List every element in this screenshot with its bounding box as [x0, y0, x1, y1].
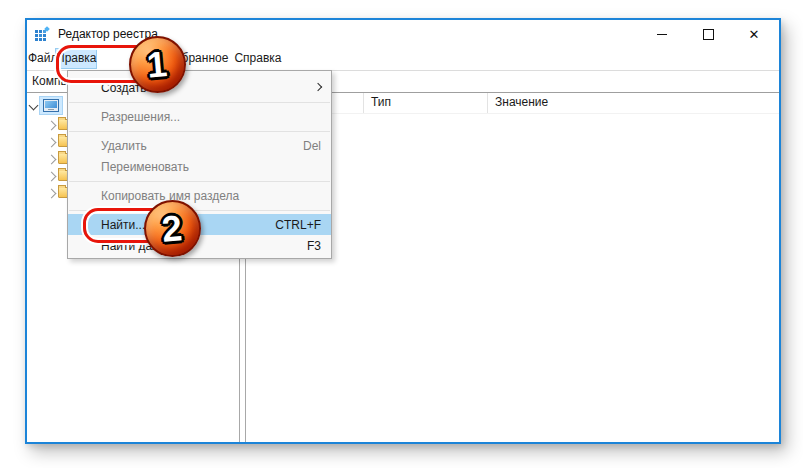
annotation-badge-1: 1 — [129, 36, 186, 93]
menu-item-delete[interactable]: Удалить Del — [68, 135, 331, 156]
menu-item-rename[interactable]: Переименовать — [68, 156, 331, 177]
menu-help[interactable]: Справка — [233, 48, 283, 69]
annotation-badge-2: 2 — [144, 200, 201, 257]
menu-file[interactable]: Файл — [28, 48, 56, 69]
expand-chevron-icon[interactable] — [47, 189, 57, 199]
menu-separator — [68, 127, 331, 135]
menu-separator — [68, 98, 331, 106]
close-button[interactable]: ✕ — [731, 20, 777, 48]
expand-chevron-icon[interactable] — [47, 138, 57, 148]
column-header-value[interactable]: Значение — [487, 93, 779, 113]
tree-root-computer[interactable] — [39, 96, 63, 115]
computer-icon — [43, 99, 59, 112]
root-collapse-chevron-icon[interactable] — [29, 101, 39, 111]
menu-separator — [68, 177, 331, 185]
maximize-button[interactable] — [685, 20, 731, 48]
shortcut-label: F3 — [307, 239, 321, 253]
column-header-type[interactable]: Тип — [363, 93, 487, 113]
window-controls: ✕ — [639, 20, 779, 48]
expand-chevron-icon[interactable] — [47, 121, 57, 131]
expand-chevron-icon[interactable] — [47, 155, 57, 165]
expand-chevron-icon[interactable] — [47, 172, 57, 182]
shortcut-label: CTRL+F — [275, 218, 321, 232]
screenshot-canvas: Редактор реестра ✕ Файл Правка Вид Избра… — [0, 0, 803, 468]
shortcut-label: Del — [303, 139, 321, 153]
menu-item-copy-key-name[interactable]: Копировать имя раздела — [68, 185, 331, 206]
menu-item-permissions[interactable]: Разрешения... — [68, 106, 331, 127]
minimize-button[interactable] — [639, 20, 685, 48]
registry-app-icon — [35, 27, 50, 42]
